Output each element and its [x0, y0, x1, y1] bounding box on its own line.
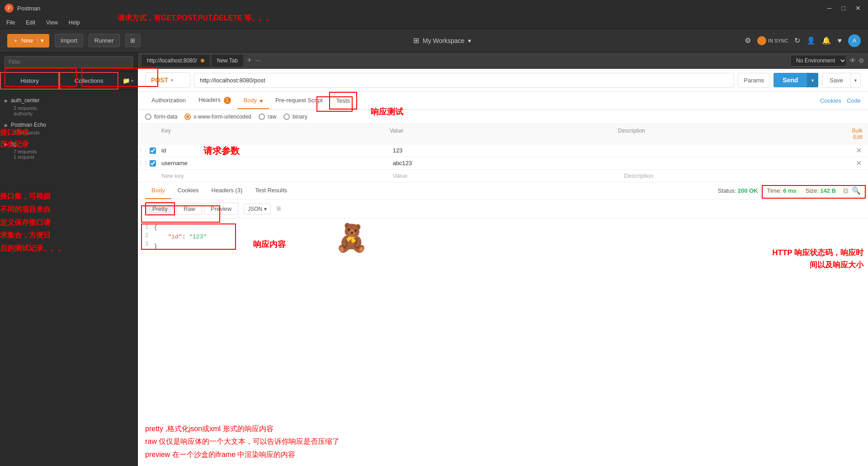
bulk-edit-button[interactable]: Bulk Edit: [841, 126, 868, 142]
response-status: Status: 200 OK Time: 6 ms Size: 142 B: [718, 187, 836, 194]
new-button[interactable]: ＋ New ▾: [7, 34, 49, 48]
status-code: 200 OK: [738, 187, 758, 194]
env-gear-button[interactable]: ⚙: [859, 57, 864, 64]
sidebar-group-postman-echo[interactable]: ▶ Postman Echo 37 requests: [0, 118, 137, 137]
maximize-button[interactable]: □: [839, 4, 848, 13]
raw-label: raw: [268, 114, 276, 120]
minimize-button[interactable]: ─: [825, 4, 835, 13]
interceptor-button[interactable]: ⊞: [125, 34, 140, 47]
sidebar-group-auth-center[interactable]: ▶ auth_center 2 requests authority: [0, 94, 137, 118]
env-eye-button[interactable]: 👁: [849, 57, 856, 64]
annotation-raw-note: raw 仅仅是响应体的一个大文本，可以告诉你响应是否压缩了: [145, 435, 861, 448]
desc-input-id[interactable]: [624, 147, 844, 154]
tab-bar: http://localhost:8080/ New Tab + ··· No …: [138, 52, 868, 69]
tab-item-newtab[interactable]: New Tab: [212, 55, 243, 67]
tab-more-button[interactable]: ···: [255, 57, 261, 65]
tab-tests[interactable]: Tests: [329, 92, 357, 109]
workspace-chevron-icon: ▾: [468, 37, 471, 44]
new-dropdown-icon[interactable]: ▾: [38, 37, 44, 44]
wrap-button[interactable]: ≡: [276, 204, 281, 214]
view-tab-preview[interactable]: Preview: [204, 203, 238, 215]
urlencoded-label: x-www-form-urlencoded: [193, 114, 251, 120]
body-type-formdata[interactable]: form-data: [145, 114, 177, 120]
params-delete-id[interactable]: ✕: [850, 146, 868, 155]
import-button[interactable]: Import: [55, 34, 83, 47]
col-value-header: Value: [384, 126, 613, 142]
copy-button[interactable]: ⧉: [843, 186, 848, 195]
sidebar-group-sg[interactable]: ▶ sg 7 requests 1 request: [0, 137, 137, 162]
value-input-id[interactable]: [393, 147, 613, 154]
search-response-button[interactable]: 🔍: [852, 186, 861, 195]
line-1: 1: [145, 223, 148, 232]
time-value: 6 ms: [783, 187, 797, 194]
url-input[interactable]: [194, 73, 734, 88]
resp-tab-cookies[interactable]: Cookies: [171, 182, 205, 199]
menu-edit[interactable]: Edit: [24, 19, 37, 27]
sidebar-tab-history[interactable]: History: [0, 72, 59, 90]
body-type-binary[interactable]: binary: [283, 114, 307, 120]
tab-headers[interactable]: Headers 1: [192, 92, 237, 109]
params-table-header: Key Value Description Bulk Edit: [138, 124, 868, 144]
save-button[interactable]: Save: [822, 73, 850, 87]
refresh-button[interactable]: ↻: [794, 36, 800, 45]
heart-button[interactable]: ♥: [837, 37, 842, 45]
new-key-placeholder[interactable]: New key: [156, 170, 387, 182]
view-tab-pretty[interactable]: Pretty: [145, 202, 175, 215]
close-button[interactable]: ✕: [853, 4, 863, 13]
runner-button[interactable]: Runner: [89, 34, 120, 47]
view-tab-raw[interactable]: Raw: [177, 203, 202, 215]
filter-input[interactable]: [5, 56, 133, 68]
format-selector[interactable]: JSON ▾: [244, 204, 271, 214]
cookies-button[interactable]: Cookies: [820, 97, 841, 104]
save-dropdown-button[interactable]: ▾: [850, 73, 860, 87]
method-dropdown[interactable]: POST ▾: [145, 72, 190, 88]
status-label: Status: 200 OK: [718, 187, 758, 194]
key-input-username[interactable]: [161, 160, 382, 166]
menu-help[interactable]: Help: [67, 19, 82, 27]
group-sub2: authority: [5, 111, 133, 116]
chevron-down-icon: ▶: [5, 142, 8, 147]
workspace-selector[interactable]: ⊞ My Workspace ▾: [413, 36, 471, 45]
menu-view[interactable]: View: [44, 19, 60, 27]
json-open-brace: {: [154, 224, 157, 231]
title-bar-title: Postman: [17, 5, 40, 12]
headers-badge: 1: [224, 97, 231, 104]
resp-tab-testresults[interactable]: Test Results: [249, 182, 293, 199]
sidebar-tab-collections[interactable]: Collections: [59, 72, 118, 90]
key-input-id[interactable]: [161, 147, 382, 154]
menu-file[interactable]: File: [5, 19, 17, 27]
params-value-username: [387, 157, 619, 169]
page-wrapper: P Postman ─ □ ✕ File Edit View Help ＋ Ne…: [0, 0, 868, 466]
tab-item-localhost[interactable]: http://localhost:8080/: [142, 55, 210, 67]
tab-prerequest[interactable]: Pre-request Script: [269, 92, 329, 109]
sync-dot: [757, 36, 766, 45]
body-type-urlencoded[interactable]: x-www-form-urlencoded: [184, 114, 251, 120]
time-label: Time: 6 ms: [767, 187, 797, 194]
resp-tab-body[interactable]: Body: [145, 182, 171, 199]
params-button[interactable]: Params: [738, 73, 770, 88]
sync-badge[interactable]: IN SYNC: [757, 36, 788, 45]
annotation-pretty-note: pretty ,格式化json或xml 形式的响应内容: [145, 423, 861, 436]
title-bar-left: P Postman: [5, 4, 40, 13]
user-button[interactable]: 👤: [807, 36, 816, 45]
avatar[interactable]: A: [848, 34, 861, 47]
code-button[interactable]: Code: [847, 97, 861, 104]
send-button[interactable]: Send: [774, 73, 807, 87]
sidebar: History Collections 📁+ ▶ auth_center 2 r…: [0, 52, 138, 466]
top-bars: http://localhost:8080/ New Tab + ··· No …: [138, 52, 868, 69]
resp-tab-headers[interactable]: Headers (3): [205, 182, 249, 199]
bell-button[interactable]: 🔔: [822, 36, 831, 45]
search-button[interactable]: ⚙: [745, 36, 751, 45]
params-delete-username[interactable]: ✕: [850, 159, 868, 167]
tab-add-button[interactable]: +: [245, 56, 254, 65]
value-input-username[interactable]: [393, 160, 613, 166]
tab-body[interactable]: Body: [237, 92, 269, 109]
sidebar-add-button[interactable]: 📁+: [118, 72, 137, 90]
params-check-username[interactable]: [150, 160, 156, 166]
tab-authorization[interactable]: Authorization: [145, 92, 192, 109]
params-check-id[interactable]: [150, 147, 156, 154]
environment-select[interactable]: No Environment: [790, 55, 847, 67]
desc-input-username[interactable]: [624, 160, 844, 166]
body-type-raw[interactable]: raw: [259, 114, 276, 120]
send-dropdown-button[interactable]: ▾: [807, 73, 818, 87]
